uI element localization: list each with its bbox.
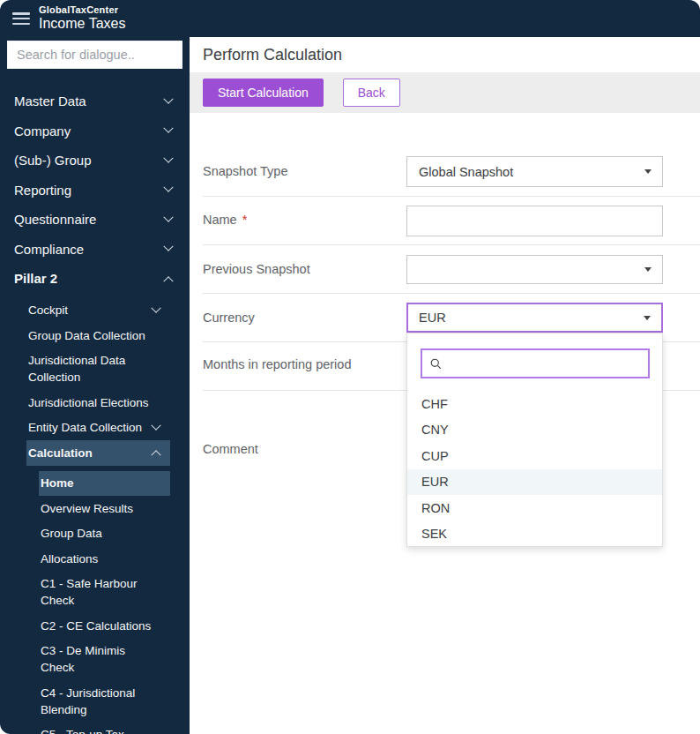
comment-label: Comment xyxy=(203,442,258,456)
calculation-form: Snapshot Type Global Snapshot Name* Prev… xyxy=(190,113,700,734)
sidebar-item-label: Company xyxy=(14,124,71,139)
sidebar-item-c2-ce-calculations[interactable]: C2 - CE Calculations xyxy=(39,613,170,639)
sidebar-item-label: Compliance xyxy=(14,242,84,257)
sidebar-item-label: Allocations xyxy=(41,550,98,567)
sidebar-item-calculation[interactable]: Calculation xyxy=(26,440,170,466)
app-header: GlobalTaxCenter Income Taxes xyxy=(0,0,700,37)
sidebar-item-group-data-collection[interactable]: Group Data Collection xyxy=(26,323,170,348)
sidebar-item-c3-de-minimis-check[interactable]: C3 - De Minimis Check xyxy=(39,639,170,681)
currency-option-sek[interactable]: SEK xyxy=(407,521,662,548)
currency-option-eur[interactable]: EUR xyxy=(407,469,662,496)
previous-snapshot-label: Previous Snapshot xyxy=(203,262,310,276)
sidebar-item-label: C2 - CE Calculations xyxy=(41,618,151,634)
app-subtitle: Income Taxes xyxy=(39,16,125,32)
sidebar-item-sub-group[interactable]: (Sub-) Group xyxy=(0,146,190,176)
currency-option-cny[interactable]: CNY xyxy=(407,417,662,444)
currency-option-chf[interactable]: CHF xyxy=(407,391,662,417)
sidebar-item-label: C4 - Jurisdictional Blending xyxy=(41,685,160,718)
sidebar-item-label: Pillar 2 xyxy=(14,271,57,286)
currency-label: Currency xyxy=(203,311,255,325)
sidebar-item-label: Calculation xyxy=(28,445,93,461)
chevron-down-icon xyxy=(163,212,173,221)
sidebar-item-label: Group Data Collection xyxy=(28,327,145,344)
search-icon xyxy=(429,357,443,371)
currency-dropdown-panel: CHFCNYCUPEURRONSEK xyxy=(406,333,663,547)
chevron-down-icon xyxy=(163,94,173,103)
chevron-down-icon xyxy=(163,124,173,133)
snapshot-type-label: Snapshot Type xyxy=(203,164,287,178)
snapshot-type-value: Global Snapshot xyxy=(419,165,513,179)
name-input[interactable] xyxy=(406,206,663,236)
currency-search-input[interactable] xyxy=(448,350,648,377)
chevron-down-icon xyxy=(151,420,160,430)
chevron-down-icon xyxy=(163,242,173,251)
sidebar-item-reporting[interactable]: Reporting xyxy=(0,176,190,206)
sidebar-nav: Master DataCompany(Sub-) GroupReportingQ… xyxy=(0,86,190,294)
sidebar-item-label: Reporting xyxy=(14,183,71,198)
sidebar-item-jurisdictional-data-collection[interactable]: Jurisdictional Data Collection xyxy=(26,348,170,391)
calculation-subnav: HomeOverview ResultsGroup DataAllocation… xyxy=(0,471,190,734)
sidebar-item-label: Master Data xyxy=(14,94,86,109)
sidebar-item-c4-jurisdictional-blending[interactable]: C4 - Jurisdictional Blending xyxy=(39,680,170,723)
currency-options-list: CHFCNYCUPEURRONSEK xyxy=(407,391,662,547)
sidebar-item-label: Cockpit xyxy=(28,302,68,318)
currency-value: EUR xyxy=(419,311,446,325)
sidebar-item-label: C3 - De Minimis Check xyxy=(41,642,160,676)
sidebar-item-group-data[interactable]: Group Data xyxy=(39,521,170,547)
name-label: Name* xyxy=(203,213,247,227)
toolbar: Start Calculation Back xyxy=(190,72,700,113)
sidebar-item-overview-results[interactable]: Overview Results xyxy=(39,496,170,521)
currency-option-ron[interactable]: RON xyxy=(407,495,662,521)
sidebar-search-input[interactable] xyxy=(7,41,182,69)
required-asterisk: * xyxy=(242,213,248,227)
divider xyxy=(203,196,700,197)
months-label: Months in reporting period xyxy=(203,357,351,371)
sidebar-item-questionnaire[interactable]: Questionnaire xyxy=(0,205,190,235)
currency-option-cup[interactable]: CUP xyxy=(407,443,662,469)
previous-snapshot-select[interactable] xyxy=(406,255,663,284)
app-titles: GlobalTaxCenter Income Taxes xyxy=(39,4,125,32)
currency-search-box xyxy=(421,348,650,378)
sidebar-item-master-data[interactable]: Master Data xyxy=(0,86,190,116)
sidebar-item-entity-data-collection[interactable]: Entity Data Collection xyxy=(26,416,170,441)
sidebar-item-c5-top-up-tax-allocation[interactable]: C5 - Top-up Tax Allocation xyxy=(39,723,170,734)
chevron-up-icon xyxy=(163,276,173,286)
app-window: GlobalTaxCenter Income Taxes Master Data… xyxy=(0,0,700,734)
caret-down-icon xyxy=(644,267,652,272)
sidebar-item-company[interactable]: Company xyxy=(0,116,190,146)
sidebar-item-label: Overview Results xyxy=(41,500,133,517)
back-button[interactable]: Back xyxy=(343,79,400,107)
snapshot-type-select[interactable]: Global Snapshot xyxy=(406,156,663,187)
sidebar-item-c1-safe-harbour-check[interactable]: C1 - Safe Harbour Check xyxy=(39,572,170,614)
sidebar-item-label: Questionnaire xyxy=(14,212,96,227)
chevron-down-icon xyxy=(163,153,173,162)
sidebar-item-pillar-2[interactable]: Pillar 2 xyxy=(0,264,190,294)
sidebar-item-compliance[interactable]: Compliance xyxy=(0,235,190,265)
menu-icon[interactable] xyxy=(12,12,30,25)
sidebar-item-allocations[interactable]: Allocations xyxy=(39,546,170,572)
sidebar-item-label: Jurisdictional Data Collection xyxy=(28,352,160,386)
sidebar-item-jurisdictional-elections[interactable]: Jurisdictional Elections xyxy=(26,390,170,416)
divider xyxy=(203,293,700,294)
sidebar-item-label: C5 - Top-up Tax Allocation xyxy=(41,726,160,734)
caret-down-icon xyxy=(644,169,652,174)
chevron-down-icon xyxy=(151,303,160,312)
chevron-down-icon xyxy=(163,183,173,192)
start-calculation-button[interactable]: Start Calculation xyxy=(203,79,324,107)
sidebar: Master DataCompany(Sub-) GroupReportingQ… xyxy=(0,37,190,734)
divider xyxy=(203,244,700,245)
page-title-bar: Perform Calculation xyxy=(190,37,700,72)
sidebar-item-label: (Sub-) Group xyxy=(14,153,92,168)
sidebar-item-home[interactable]: Home xyxy=(39,471,170,497)
pillar2-subnav: CockpitGroup Data CollectionJurisdiction… xyxy=(0,298,190,466)
page-title: Perform Calculation xyxy=(203,46,342,64)
sidebar-item-label: C1 - Safe Harbour Check xyxy=(41,575,160,609)
sidebar-item-label: Home xyxy=(41,475,74,491)
app-title: GlobalTaxCenter xyxy=(39,4,125,16)
chevron-up-icon xyxy=(151,450,160,460)
sidebar-item-label: Jurisdictional Elections xyxy=(28,394,149,411)
main-content: Perform Calculation Start Calculation Ba… xyxy=(190,37,700,734)
sidebar-item-cockpit[interactable]: Cockpit xyxy=(26,298,170,324)
currency-select[interactable]: EUR xyxy=(406,303,663,333)
caret-down-icon xyxy=(644,316,651,320)
